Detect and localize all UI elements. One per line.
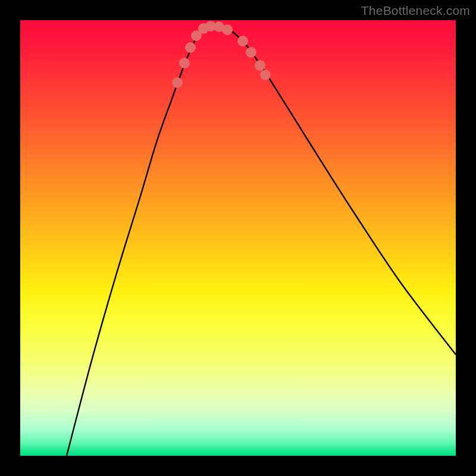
curve-marker [255,60,265,71]
chart-frame: TheBottleneck.com [0,0,476,476]
chart-plot-area [20,20,456,456]
bottleneck-curve [67,26,456,456]
curve-marker [246,47,256,58]
curve-marker [185,42,196,53]
curve-marker [222,24,233,35]
curve-marker [179,58,190,68]
watermark-text: TheBottleneck.com [361,4,470,18]
curve-marker [237,36,248,46]
chart-svg [20,20,456,456]
curve-markers [172,21,271,88]
curve-marker [260,70,271,80]
curve-marker [172,77,183,88]
